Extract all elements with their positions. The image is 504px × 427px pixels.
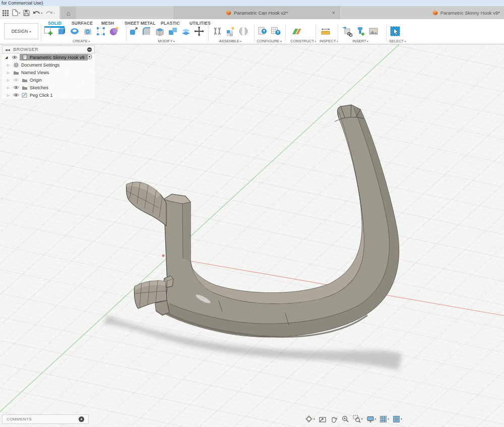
combine-icon[interactable]	[167, 25, 179, 37]
gear-icon	[13, 62, 20, 68]
expander-icon[interactable]: ▷	[7, 78, 11, 82]
workspace-selector[interactable]: DESIGN	[4, 23, 38, 39]
eye-icon[interactable]	[11, 55, 18, 59]
group-insert: INSERT	[341, 25, 380, 43]
comments-label: COMMENTS	[7, 417, 32, 421]
hole-icon[interactable]	[82, 25, 94, 37]
group-select-label[interactable]: SELECT	[389, 39, 406, 43]
origin-point[interactable]	[162, 255, 165, 257]
browser-item-named-views[interactable]: ▷ Named Views	[2, 69, 95, 76]
pattern-icon[interactable]	[95, 25, 107, 37]
undo-button[interactable]: ▾	[33, 10, 42, 16]
view-navigation-bar: ▾ ▾ ▾ ▾	[305, 415, 402, 423]
expander-icon[interactable]: ▷	[7, 63, 11, 67]
expander-icon[interactable]: ▷	[7, 71, 11, 74]
close-tab-icon[interactable]: ×	[332, 10, 335, 16]
browser-panel: ◀◀ BROWSER ◢ Parametric Skinny Hook v9 ▷…	[2, 45, 95, 99]
group-configure: CONFIGURE	[257, 25, 282, 43]
pan-button[interactable]	[330, 415, 338, 423]
canvas-image-icon[interactable]	[367, 25, 380, 37]
group-construct-label[interactable]: CONSTRUCT	[290, 39, 316, 43]
browser-item-label: Named Views	[21, 70, 49, 75]
browser-header: ◀◀ BROWSER	[2, 45, 95, 53]
eye-icon[interactable]	[13, 78, 20, 82]
save-button[interactable]	[23, 10, 30, 16]
minimize-browser-icon[interactable]	[87, 47, 92, 52]
expander-icon[interactable]: ▷	[7, 93, 11, 97]
document-tab[interactable]: Parametric Can Hook v2* ×	[174, 6, 340, 19]
new-component-icon[interactable]	[224, 25, 236, 37]
eye-icon[interactable]	[13, 93, 20, 97]
select-icon[interactable]	[389, 25, 401, 37]
browser-item-label: Peg Click 1	[30, 93, 53, 98]
comments-expand-icon[interactable]	[79, 416, 84, 422]
group-create-label[interactable]: CREATE	[73, 39, 90, 43]
eye-icon[interactable]	[13, 85, 20, 90]
group-assemble-label[interactable]: ASSEMBLE	[219, 39, 242, 43]
configuration-table-icon[interactable]	[270, 25, 282, 37]
browser-item-label: Sketches	[30, 85, 48, 90]
viewports-button[interactable]: ▾	[393, 415, 402, 423]
display-settings-button[interactable]: ▾	[366, 415, 376, 423]
group-separator	[208, 24, 209, 41]
file-menu-button[interactable]: ▾	[12, 9, 20, 16]
measure-icon[interactable]	[320, 25, 332, 37]
sketch-icon	[21, 92, 28, 98]
derive-icon[interactable]	[341, 25, 353, 37]
revolve-icon[interactable]	[69, 25, 81, 37]
press-pull-icon[interactable]	[128, 25, 140, 37]
shell-icon[interactable]	[154, 25, 166, 37]
joint-origin-icon[interactable]	[237, 25, 249, 37]
create-sketch-icon[interactable]	[42, 25, 54, 37]
app-launcher-icon[interactable]	[2, 10, 9, 16]
comments-bar[interactable]: COMMENTS	[2, 414, 89, 424]
offset-face-icon[interactable]	[180, 25, 192, 37]
extrude-icon[interactable]	[55, 25, 68, 37]
joint-icon[interactable]	[211, 25, 223, 37]
group-insert-label[interactable]: INSERT	[352, 39, 368, 43]
group-inspect-label[interactable]: INSPECT	[320, 39, 338, 43]
group-separator	[316, 24, 316, 41]
secondary-document-tab[interactable]: Parametric Skinny Hook v9*	[432, 6, 500, 19]
viewports-icon	[393, 415, 400, 423]
group-select: SELECT	[389, 25, 406, 43]
group-modify: MODIFY	[128, 25, 205, 43]
grid-settings-icon	[380, 415, 387, 423]
window-title: for Commercial Use)	[0, 0, 504, 6]
redo-button[interactable]: ▾	[45, 10, 55, 16]
file-icon	[12, 9, 18, 16]
redo-icon	[45, 10, 53, 16]
hook-body[interactable]	[127, 105, 399, 337]
fillet-icon[interactable]	[141, 25, 153, 37]
form-icon[interactable]	[108, 25, 120, 37]
folder-icon	[21, 78, 28, 83]
configuration-icon[interactable]	[257, 25, 269, 37]
construction-plane-icon[interactable]	[290, 25, 302, 37]
browser-item-document-settings[interactable]: ▷ Document Settings	[2, 61, 95, 69]
orbit-button[interactable]: ▾	[305, 415, 315, 423]
look-at-button[interactable]	[319, 415, 327, 423]
zoom-window-button[interactable]: ▾	[353, 415, 363, 423]
chevron-down-icon: ▾	[313, 417, 315, 420]
browser-item-sketches[interactable]: ▷ Sketches	[2, 84, 95, 91]
viewport-canvas[interactable]: ◀◀ BROWSER ◢ Parametric Skinny Hook v9 ▷…	[0, 44, 504, 427]
folder-icon	[21, 85, 28, 90]
look-at-icon	[319, 415, 327, 423]
root-document-chip[interactable]: Parametric Skinny Hook v9	[20, 54, 88, 60]
group-configure-label[interactable]: CONFIGURE	[257, 39, 281, 43]
activate-component-radio[interactable]	[87, 54, 92, 60]
home-view-button[interactable]: ⌂	[61, 7, 76, 19]
collapse-browser-icon[interactable]: ◀◀	[5, 48, 10, 51]
expander-icon[interactable]: ▷	[7, 86, 11, 89]
root-expander-icon[interactable]: ◢	[5, 55, 10, 59]
grid-settings-button[interactable]: ▾	[380, 415, 389, 423]
browser-item-peg-click-1[interactable]: ▷ Peg Click 1	[2, 91, 95, 99]
browser-item-origin[interactable]: ▷ Origin	[2, 76, 95, 84]
display-settings-icon	[366, 415, 374, 423]
folder-icon	[13, 70, 20, 75]
zoom-button[interactable]	[341, 415, 349, 423]
group-modify-label[interactable]: MODIFY	[158, 39, 174, 43]
move-icon[interactable]	[193, 25, 205, 37]
fastener-icon[interactable]	[354, 25, 366, 37]
browser-root-row[interactable]: ◢ Parametric Skinny Hook v9	[2, 53, 95, 61]
